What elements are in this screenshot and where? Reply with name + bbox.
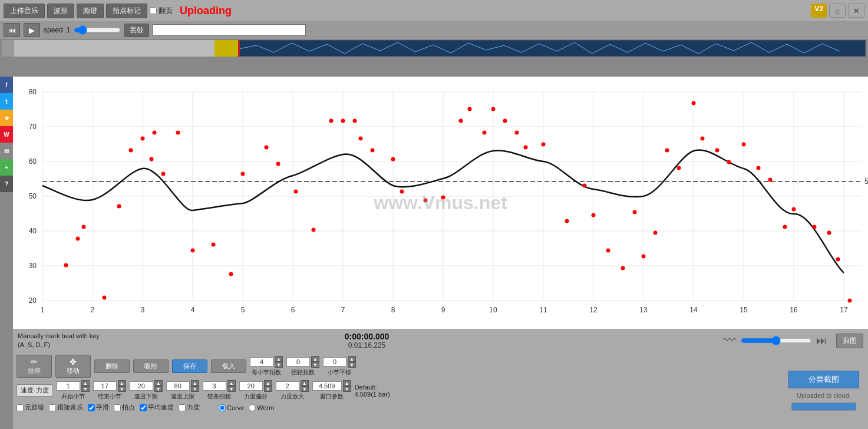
speed-slider[interactable] bbox=[74, 25, 121, 35]
beat-point-checkbox[interactable] bbox=[114, 404, 121, 411]
speed-value: 1 bbox=[67, 26, 71, 34]
worm-label[interactable]: Worm bbox=[249, 404, 274, 411]
start-bar-label: 开始小节 bbox=[61, 392, 85, 401]
wave-slider[interactable] bbox=[741, 336, 811, 345]
window-param-input[interactable] bbox=[312, 381, 342, 391]
spectrum-btn[interactable]: 频谱 bbox=[77, 4, 104, 18]
end-bar-down[interactable]: ▼ bbox=[118, 386, 126, 392]
force-offset-input[interactable] bbox=[239, 381, 263, 391]
curve-radio[interactable] bbox=[219, 404, 226, 411]
speed-min-down[interactable]: ▼ bbox=[154, 386, 163, 392]
svg-point-100 bbox=[692, 101, 696, 105]
svg-point-109 bbox=[813, 225, 817, 229]
window-param-group: ▲ ▼ 窗口参数 bbox=[312, 380, 351, 401]
prev-btn[interactable]: ⏮ bbox=[4, 23, 20, 37]
force-offset-up[interactable]: ▲ bbox=[264, 380, 272, 386]
bar-shift-input[interactable] bbox=[323, 357, 346, 367]
bar-shift-down[interactable]: ▼ bbox=[348, 362, 356, 368]
beats-per-bar-up[interactable]: ▲ bbox=[275, 356, 283, 362]
song-name-input[interactable]: 英雄20杰恰恰-角皮灰 bbox=[153, 24, 306, 36]
drum-music-checkbox[interactable] bbox=[49, 404, 56, 411]
page-checkbox[interactable] bbox=[150, 7, 157, 14]
delete-btn[interactable]: 删除 bbox=[94, 359, 130, 373]
bottom-info: Manually mark beat with key (A, S, D, F)… bbox=[13, 329, 868, 352]
beats-per-bar-input[interactable] bbox=[250, 357, 273, 367]
help-btn[interactable]: ? bbox=[0, 176, 13, 192]
light-beat-down[interactable]: ▼ bbox=[311, 362, 319, 368]
waveform-playhead bbox=[239, 41, 240, 56]
drum-music-label[interactable]: 跟随音乐 bbox=[49, 403, 83, 412]
end-bar-input[interactable] bbox=[93, 381, 117, 391]
twitter-btn[interactable]: t bbox=[0, 93, 13, 110]
end-bar-up[interactable]: ▲ bbox=[118, 380, 126, 386]
light-beat-group: ▲ ▼ 强轻拍数 bbox=[286, 356, 319, 377]
jiantu-btn[interactable]: 剪图 bbox=[836, 334, 863, 348]
window-param-down[interactable]: ▼ bbox=[343, 386, 351, 392]
window-param-up[interactable]: ▲ bbox=[343, 380, 351, 386]
force-checkbox[interactable] bbox=[179, 404, 186, 411]
svg-point-108 bbox=[792, 207, 796, 212]
no-drum-checkbox[interactable] bbox=[16, 404, 24, 411]
upload-music-btn[interactable]: 上传音乐 bbox=[4, 4, 45, 18]
svg-point-57 bbox=[103, 296, 107, 300]
window-param-label: 窗口参数 bbox=[320, 392, 344, 401]
fensai-btn[interactable]: 分类截图 bbox=[788, 371, 859, 388]
wave-btn[interactable]: 波形 bbox=[47, 4, 74, 18]
svg-text:9: 9 bbox=[441, 306, 445, 314]
start-bar-down[interactable]: ▼ bbox=[81, 386, 90, 392]
load-btn[interactable]: 载入 bbox=[211, 359, 246, 373]
svg-text:30: 30 bbox=[29, 262, 37, 270]
page-checkbox-label[interactable]: 翻页 bbox=[150, 6, 173, 16]
light-beat-up[interactable]: ▲ bbox=[311, 356, 319, 362]
paistop-btn[interactable]: ✏ 排停 bbox=[16, 355, 52, 378]
mail-btn[interactable]: ✉ bbox=[0, 143, 13, 159]
beat-btn[interactable]: 拍点标记 bbox=[106, 4, 147, 18]
attract-btn[interactable]: 吸附 bbox=[133, 359, 169, 373]
plus-btn[interactable]: + bbox=[0, 159, 13, 176]
force-scale-up[interactable]: ▲ bbox=[301, 380, 309, 386]
line-thickness-input[interactable] bbox=[203, 381, 226, 391]
bar-shift-group: ▲ ▼ 小节平移 bbox=[323, 356, 356, 377]
move-btn[interactable]: ✥ 移动 bbox=[55, 355, 91, 378]
uploading-text: Uploading bbox=[180, 5, 232, 17]
avg-speed-label[interactable]: 平均速度 bbox=[140, 403, 174, 412]
force-scale-input[interactable] bbox=[276, 381, 299, 391]
beat-point-label[interactable]: 拍点 bbox=[114, 403, 135, 412]
worm-radio[interactable] bbox=[249, 404, 256, 411]
svg-point-103 bbox=[727, 160, 731, 164]
weibo-btn[interactable]: W bbox=[0, 126, 13, 143]
move-icon: ✥ bbox=[70, 357, 77, 367]
save-btn[interactable]: 保存 bbox=[172, 359, 207, 373]
smooth-label[interactable]: 平滑 bbox=[88, 403, 109, 412]
speed-force-btn[interactable]: 速度-力度 bbox=[16, 384, 53, 397]
line-thickness-up[interactable]: ▲ bbox=[227, 380, 236, 386]
speed-max-input[interactable] bbox=[166, 381, 190, 391]
speed-max-down[interactable]: ▼ bbox=[191, 386, 199, 392]
beats-per-bar-down[interactable]: ▼ bbox=[275, 362, 283, 368]
close-icon-btn[interactable]: ✕ bbox=[848, 4, 864, 18]
curve-label[interactable]: Curve bbox=[219, 404, 244, 411]
waveform-main[interactable] bbox=[238, 40, 866, 57]
speed-min-up[interactable]: ▲ bbox=[154, 380, 163, 386]
speed-max-up[interactable]: ▲ bbox=[191, 380, 199, 386]
start-bar-up[interactable]: ▲ bbox=[81, 380, 90, 386]
light-beat-input[interactable] bbox=[286, 357, 310, 367]
avg-speed-checkbox[interactable] bbox=[140, 404, 147, 411]
force-label[interactable]: 力度 bbox=[179, 403, 200, 412]
speed-min-input[interactable] bbox=[130, 381, 153, 391]
play-btn[interactable]: ▶ bbox=[24, 23, 40, 37]
facebook-btn[interactable]: f bbox=[0, 77, 13, 93]
home-icon-btn[interactable]: ⌂ bbox=[829, 4, 846, 18]
force-scale-down[interactable]: ▼ bbox=[301, 386, 309, 392]
svg-text:4: 4 bbox=[191, 306, 195, 314]
force-offset-down[interactable]: ▼ bbox=[264, 386, 272, 392]
v2-badge: V2 bbox=[811, 4, 827, 18]
line-thickness-down[interactable]: ▼ bbox=[227, 386, 236, 392]
star-btn[interactable]: ★ bbox=[0, 110, 13, 126]
chart-area[interactable]: 80 70 60 50 40 30 20 bbox=[13, 77, 868, 329]
zhangu-btn[interactable]: 丟鼓 bbox=[124, 24, 149, 37]
smooth-checkbox[interactable] bbox=[88, 404, 95, 411]
no-drum-label[interactable]: 元鼓噪 bbox=[16, 403, 44, 412]
start-bar-input[interactable] bbox=[57, 381, 80, 391]
bar-shift-up[interactable]: ▲ bbox=[348, 356, 356, 362]
